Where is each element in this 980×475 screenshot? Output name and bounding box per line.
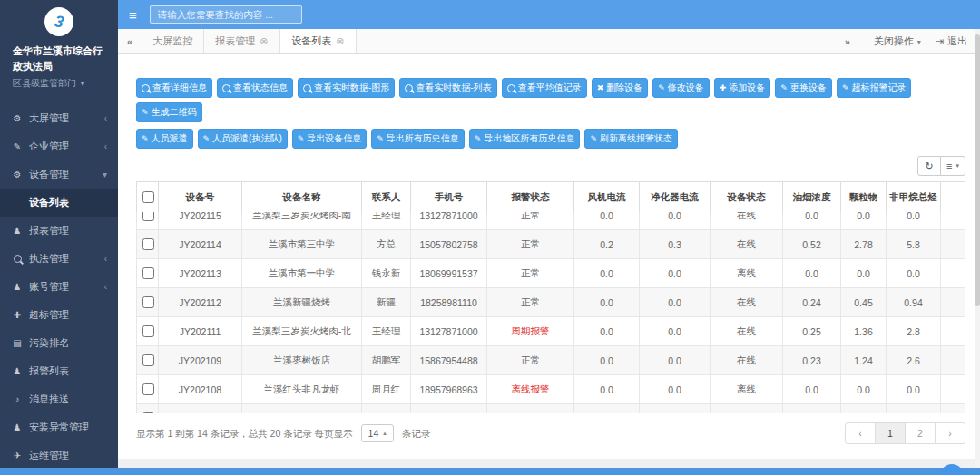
tab-报表管理[interactable]: 报表管理⊗ [204, 29, 279, 53]
row-checkbox[interactable] [142, 296, 154, 308]
plus-icon: ✚ [11, 310, 24, 320]
logout-button[interactable]: ⇥退出 [936, 34, 967, 48]
row-checkbox[interactable] [142, 267, 154, 279]
table-row[interactable]: JY202109兰溪枣树饭店胡鹏军15867954488正常0.00.0在线0.… [137, 346, 966, 375]
page-scrollbar[interactable] [975, 29, 980, 468]
sidebar-item-exceed[interactable]: ✚超标管理 [0, 301, 118, 329]
toolbar-button-超标报警记录[interactable]: ✎超标报警记录 [837, 78, 912, 98]
column-header-设备名称[interactable]: 设备名称 [242, 182, 362, 213]
row-checkbox[interactable] [142, 212, 154, 221]
column-header-联系人[interactable]: 联系人 [362, 182, 411, 213]
sidebar-item-alarm-list[interactable]: ♟报警列表 [0, 357, 118, 385]
close-tab-icon[interactable]: ⊗ [336, 35, 344, 47]
table-row[interactable]: JY202108兰溪红头非凡龙虾周月红18957968963离线报警0.00.0… [137, 375, 966, 404]
column-header-风机电流[interactable]: 风机电流 [574, 182, 640, 213]
sidebar-item-device-list[interactable]: 设备列表 [0, 189, 118, 217]
sidebar-menu: ⚙大屏管理‹✎企业管理‹⚙设备管理▾设备列表♟报表管理执法管理‹♟账号管理‹✚超… [0, 104, 118, 475]
tab-大屏监控[interactable]: 大屏监控 [142, 29, 204, 53]
column-header-颗粒物[interactable]: 颗粒物 [841, 182, 887, 213]
chevron-left-icon: ‹ [104, 254, 107, 264]
table-row[interactable]: JY202115兰溪梨三岁炭火烤肉-南王经理13127871000正常0.00.… [137, 212, 966, 230]
toolbar-button-生成二维码[interactable]: ✎生成二维码 [136, 102, 202, 122]
pagination-page-2[interactable]: 2 [905, 422, 936, 444]
column-header-油烟浓度[interactable]: 油烟浓度 [783, 182, 841, 213]
cell-device_no: JY202105 [159, 404, 242, 414]
cell-nmhc: 0.0 [887, 375, 941, 404]
row-checkbox[interactable] [142, 238, 154, 250]
column-header-设备号[interactable]: 设备号 [159, 182, 242, 213]
close-operations-dropdown[interactable]: 关闭操作▾ [874, 34, 921, 48]
column-header-设备状态[interactable]: 设备状态 [710, 182, 783, 213]
row-checkbox-cell [137, 212, 159, 230]
column-header-净化器电流[interactable]: 净化器电流 [640, 182, 710, 213]
table-scroll-area[interactable]: JY202115兰溪梨三岁炭火烤肉-南王经理13127871000正常0.00.… [136, 212, 965, 413]
columns-button[interactable]: ≡▾ [940, 156, 965, 176]
row-checkbox[interactable] [142, 412, 154, 413]
cell-contact: 王经理 [362, 317, 411, 346]
pagination-page-1[interactable]: 1 [875, 422, 906, 444]
cell-purifier_current: 0.0 [640, 212, 710, 230]
sidebar-item-screen[interactable]: ⚙大屏管理‹ [0, 104, 118, 132]
sidebar-item-device[interactable]: ⚙设备管理▾ [0, 160, 118, 189]
refresh-button[interactable]: ↻ [917, 156, 941, 176]
select-all-checkbox[interactable] [142, 191, 154, 203]
toolbar-button-导出设备信息[interactable]: ✎导出设备信息 [292, 129, 368, 149]
sidebar-item-maintenance[interactable]: ✈运维管理 [0, 441, 118, 470]
page-size-select[interactable]: 14▴ [361, 424, 394, 442]
column-header-手机号[interactable]: 手机号 [411, 182, 487, 213]
sidebar-item-enforcement[interactable]: 执法管理‹ [0, 245, 118, 273]
table-row[interactable]: JY202111兰溪梨三岁炭火烤肉-北王经理13127871000周期报警0.0… [137, 317, 966, 346]
button-label: 删除设备 [606, 82, 642, 94]
global-search-input[interactable] [150, 5, 302, 24]
chevron-down-icon: ▾ [103, 170, 107, 179]
row-checkbox[interactable] [142, 325, 154, 337]
table-row[interactable]: JY202114兰溪市第三中学方总15057802758正常0.20.3在线0.… [137, 230, 966, 259]
toolbar-button-查看实时数据-列表[interactable]: 查看实时数据-列表 [399, 78, 496, 98]
cell-alarm_status: 正常 [487, 230, 574, 259]
column-header-非甲烷总烃[interactable]: 非甲烷总烃 [887, 182, 941, 213]
toolbar-button-刷新离线报警状态[interactable]: ✎刷新离线报警状态 [584, 129, 678, 149]
table-row[interactable]: JY202112兰溪新疆烧烤新疆18258981110正常0.00.0在线0.2… [137, 288, 966, 317]
cell-device_status: 在线 [710, 317, 783, 346]
org-role-selector[interactable]: 区县级监管部门▾ [0, 77, 118, 90]
sidebar-item-pollution-rank[interactable]: ▤污染排名 [0, 329, 118, 357]
column-header-报警状态[interactable]: 报警状态 [487, 182, 574, 213]
edit-icon: ✎ [842, 83, 849, 92]
toolbar-button-添加设备[interactable]: ✚添加设备 [714, 78, 771, 98]
pagination-prev[interactable]: ‹ [845, 422, 876, 444]
table-row[interactable]: JY202105兰溪大街小巷陶雄兵13575934888正常0.00.0在线0.… [137, 404, 966, 414]
toolbar-button-查看状态信息[interactable]: 查看状态信息 [217, 78, 293, 98]
toolbar-button-人员派遣(执法队)[interactable]: ✎人员派遣(执法队) [198, 129, 288, 149]
menu-toggle-icon[interactable]: ≡ [129, 7, 137, 23]
toolbar-button-查看实时数据-图形[interactable]: 查看实时数据-图形 [298, 78, 395, 98]
toolbar-button-查看详细信息[interactable]: 查看详细信息 [136, 78, 212, 98]
sidebar-item-label: 污染排名 [29, 336, 107, 350]
edit-icon: ✎ [780, 83, 788, 92]
sidebar-item-message-push[interactable]: ♪消息推送 [0, 385, 118, 413]
table-row[interactable]: JY202113兰溪市第一中学钱永新18069991537正常0.00.0离线0… [137, 259, 966, 288]
sidebar-item-account[interactable]: ♟账号管理‹ [0, 273, 118, 301]
toolbar-button-导出地区所有历史信息[interactable]: ✎导出地区所有历史信息 [469, 129, 581, 149]
toolbar-button-查看平均值记录[interactable]: 查看平均值记录 [502, 78, 587, 98]
row-checkbox-cell [137, 259, 159, 288]
sidebar-item-enterprise[interactable]: ✎企业管理‹ [0, 132, 118, 160]
toolbar-button-更换设备[interactable]: ✎更换设备 [775, 78, 832, 98]
search-icon [222, 84, 230, 92]
cell-nmhc: 0.94 [887, 288, 941, 317]
page-scrollbar-thumb[interactable] [975, 34, 980, 306]
close-tab-icon[interactable]: ⊗ [260, 35, 268, 47]
sidebar-item-report[interactable]: ♟报表管理 [0, 217, 118, 245]
row-checkbox[interactable] [142, 383, 154, 395]
toolbar-button-修改设备[interactable]: ✎修改设备 [652, 78, 710, 98]
cell-phone: 13127871000 [411, 212, 487, 230]
tab-设备列表[interactable]: 设备列表⊗ [279, 29, 356, 53]
toolbar-button-人员派遣[interactable]: ✎人员派遣 [136, 129, 193, 149]
tabs-scroll-left-icon[interactable]: « [118, 29, 142, 53]
tabs-scroll-right-icon[interactable]: » [836, 36, 859, 47]
sidebar-item-install-abnormal[interactable]: ♟安装异常管理 [0, 413, 118, 441]
row-checkbox[interactable] [142, 354, 154, 366]
toolbar-button-导出所有历史信息[interactable]: ✎导出所有历史信息 [371, 129, 465, 149]
cell-particulate: 0.77 [841, 404, 887, 414]
toolbar-button-删除设备[interactable]: ✖删除设备 [592, 78, 649, 98]
pagination-next[interactable]: › [935, 422, 965, 444]
